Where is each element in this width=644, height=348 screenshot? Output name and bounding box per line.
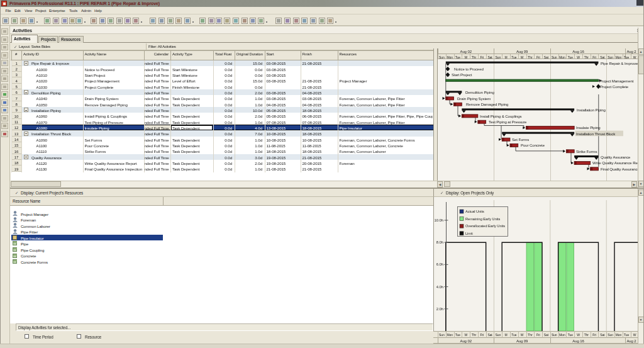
- svg-text:Test Piping at Pressure: Test Piping at Pressure: [489, 120, 527, 124]
- svg-text:2.0h: 2.0h: [436, 307, 443, 311]
- svg-text:8.0h: 8.0h: [436, 240, 443, 244]
- svg-text:Start Project: Start Project: [452, 72, 472, 77]
- svg-text:Demolition Piping: Demolition Piping: [465, 90, 494, 94]
- svg-text:Final Quality Assurance I: Final Quality Assurance I: [601, 167, 638, 171]
- svg-text:Installation Thrust Block: Installation Thrust Block: [576, 132, 616, 136]
- svg-text:Project Management: Project Management: [599, 79, 634, 83]
- svg-text:Remaining Early Units: Remaining Early Units: [465, 217, 501, 221]
- svg-text:Set Forms: Set Forms: [512, 137, 529, 142]
- svg-text:Remove Damaged Piping: Remove Damaged Piping: [466, 102, 508, 106]
- svg-text:Insulate Piping: Insulate Piping: [576, 125, 600, 130]
- svg-text:Drain Piping System: Drain Piping System: [457, 96, 491, 101]
- svg-text:10.0h: 10.0h: [434, 218, 443, 222]
- svg-text:4.0h: 4.0h: [436, 285, 443, 289]
- svg-text:Strike Forms: Strike Forms: [576, 149, 597, 154]
- svg-text:Quality Assurance: Quality Assurance: [601, 155, 631, 159]
- svg-text:Pipe Repair & Improve: Pipe Repair & Improve: [601, 61, 638, 65]
- svg-text:Pour Concrete: Pour Concrete: [521, 143, 545, 147]
- svg-text:Actual Units: Actual Units: [465, 210, 484, 213]
- svg-text:Write Quality Assurance Repo: Write Quality Assurance Repo: [592, 160, 638, 165]
- svg-text:Limit: Limit: [465, 232, 473, 235]
- svg-text:Notice to Proceed: Notice to Proceed: [454, 67, 484, 71]
- svg-text:Project Complete: Project Complete: [600, 84, 629, 89]
- svg-text:6.0h: 6.0h: [436, 262, 443, 266]
- svg-text:Installation Piping: Installation Piping: [577, 108, 606, 112]
- svg-text:Overallocated Early Units: Overallocated Early Units: [465, 224, 505, 228]
- svg-text:Install Piping & Couplings: Install Piping & Couplings: [480, 114, 522, 118]
